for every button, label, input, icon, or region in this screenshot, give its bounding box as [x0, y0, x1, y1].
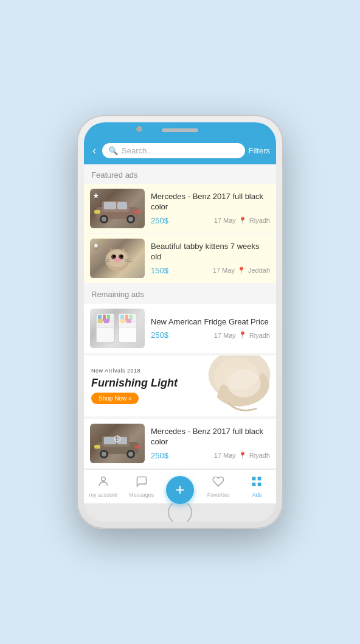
shop-now-button[interactable]: Shop Now »: [91, 393, 139, 404]
ad-price-car-2: 250$: [151, 451, 168, 460]
ad-date-2: 17 May: [213, 267, 235, 274]
svg-rect-9: [134, 210, 140, 214]
back-button[interactable]: ‹: [90, 143, 99, 158]
svg-rect-63: [252, 483, 256, 486]
ad-info-car-2: Mercedes - Benz 2017 full black color 25…: [151, 427, 270, 460]
ad-thumb-car-2: [90, 424, 145, 463]
svg-rect-61: [252, 477, 256, 481]
phone-screen: ‹ 🔍 Search.. Filters Featured ads: [84, 122, 276, 522]
svg-point-60: [101, 477, 105, 481]
featured-ad-2[interactable]: ★ Beautiful tabby kittens 7 weeks old 15…: [84, 234, 276, 283]
ad-title-1: Mercedes - Benz 2017 full black color: [151, 192, 270, 212]
camera: [136, 126, 142, 132]
ad-price-2: 150$: [151, 266, 168, 275]
svg-rect-35: [119, 328, 136, 342]
ad-location-2: Jeddah: [248, 267, 270, 274]
ad-thumb-fridge: [90, 309, 145, 348]
ad-price-1: 250$: [151, 216, 168, 225]
search-placeholder: Search..: [122, 146, 239, 155]
nav-label-favorites: Favorites: [207, 492, 230, 498]
remaining-ad-2[interactable]: Mercedes - Benz 2017 full black color 25…: [84, 419, 276, 468]
ad-title-car-2: Mercedes - Benz 2017 full black color: [151, 427, 270, 447]
banner-new-arrivals: New Arrivals 2018: [91, 368, 190, 374]
ad-location-car-2: Riyadh: [249, 452, 270, 459]
svg-point-53: [128, 452, 133, 457]
svg-rect-41: [120, 319, 125, 323]
svg-point-14: [113, 255, 116, 257]
svg-rect-54: [94, 445, 100, 449]
search-input-wrap[interactable]: 🔍 Search..: [102, 143, 245, 158]
ad-meta-2: 150$ 17 May 📍 Jeddah: [151, 266, 270, 275]
svg-point-51: [102, 452, 106, 457]
featured-section-label: Featured ads: [84, 164, 276, 183]
pin-icon-fridge: 📍: [238, 331, 247, 339]
ad-date-loc-2: 17 May 📍 Jeddah: [213, 267, 270, 275]
ad-info-1: Mercedes - Benz 2017 full black color 25…: [151, 192, 270, 225]
nav-label-ads: Ads: [252, 492, 262, 498]
ad-thumb-car-1: ★: [90, 189, 145, 228]
chat-icon: [136, 475, 148, 491]
svg-rect-8: [94, 210, 100, 214]
svg-rect-3: [117, 202, 127, 209]
pin-icon-1: 📍: [238, 217, 247, 225]
ad-info-2: Beautiful tabby kittens 7 weeks old 150$…: [151, 242, 270, 275]
banner-ad[interactable]: New Arrivals 2018 Furnishing Light Shop …: [84, 355, 276, 416]
ad-price-fridge: 250$: [151, 331, 168, 340]
ad-date-fridge: 17 May: [214, 332, 236, 339]
home-indicator: [84, 503, 276, 522]
nav-item-favorites[interactable]: Favorites: [199, 475, 238, 498]
svg-rect-31: [98, 319, 103, 323]
bottom-nav: my account Messages +: [84, 469, 276, 503]
svg-rect-64: [258, 483, 261, 486]
svg-rect-32: [104, 319, 109, 323]
add-button[interactable]: +: [166, 476, 194, 504]
pin-icon-2: 📍: [237, 267, 246, 275]
speaker: [162, 128, 198, 132]
ad-date-1: 17 May: [214, 217, 236, 224]
filters-button[interactable]: Filters: [249, 146, 270, 155]
featured-ad-1[interactable]: ★ Mercedes - Benz 2017 full black color …: [84, 184, 276, 233]
banner-left: New Arrivals 2018 Furnishing Light Shop …: [84, 355, 197, 416]
person-icon: [97, 475, 109, 491]
svg-rect-42: [126, 319, 131, 323]
banner-right: [197, 355, 276, 416]
svg-point-7: [128, 217, 133, 222]
grid-icon: [251, 475, 263, 491]
pin-icon-car-2: 📍: [238, 452, 247, 460]
ad-date-car-2: 17 May: [214, 452, 236, 459]
star-icon-2: ★: [92, 241, 100, 250]
ad-thumb-cat: ★: [90, 239, 145, 278]
svg-point-16: [114, 257, 120, 262]
remaining-section-label: Remaining ads: [84, 284, 276, 303]
star-icon-1: ★: [92, 191, 100, 200]
nav-label-messages: Messages: [129, 492, 154, 498]
svg-rect-55: [134, 445, 140, 449]
svg-point-45: [227, 369, 260, 397]
svg-rect-62: [258, 477, 261, 481]
ad-title-2: Beautiful tabby kittens 7 weeks old: [151, 242, 270, 262]
nav-item-ads[interactable]: Ads: [238, 475, 276, 498]
ad-title-fridge: New American Fridge Great Price: [151, 317, 270, 327]
ad-meta-fridge: 250$ 17 May 📍 Riyadh: [151, 331, 270, 340]
svg-rect-25: [97, 328, 114, 342]
ad-location-fridge: Riyadh: [249, 332, 270, 339]
phone-frame: ‹ 🔍 Search.. Filters Featured ads: [77, 115, 283, 529]
heart-icon: [212, 475, 224, 491]
add-button-wrap: +: [166, 476, 194, 504]
search-icon: 🔍: [108, 146, 118, 155]
nav-item-account[interactable]: my account: [84, 475, 122, 498]
ad-meta-1: 250$ 17 May 📍 Riyadh: [151, 216, 270, 225]
nav-label-account: my account: [89, 492, 117, 498]
nav-item-messages[interactable]: Messages: [122, 475, 161, 498]
ad-date-loc-1: 17 May 📍 Riyadh: [214, 217, 270, 225]
svg-rect-40: [130, 315, 133, 320]
content-area: Featured ads: [84, 164, 276, 469]
ad-location-1: Riyadh: [249, 217, 270, 224]
ad-meta-car-2: 250$ 17 May 📍 Riyadh: [151, 451, 270, 460]
banner-title: Furnishing Light: [91, 377, 190, 390]
ad-date-loc-fridge: 17 May 📍 Riyadh: [214, 331, 270, 339]
svg-point-5: [102, 217, 106, 222]
ad-date-loc-car-2: 17 May 📍 Riyadh: [214, 452, 270, 460]
remaining-ad-1[interactable]: New American Fridge Great Price 250$ 17 …: [84, 304, 276, 353]
svg-rect-49: [117, 437, 127, 444]
